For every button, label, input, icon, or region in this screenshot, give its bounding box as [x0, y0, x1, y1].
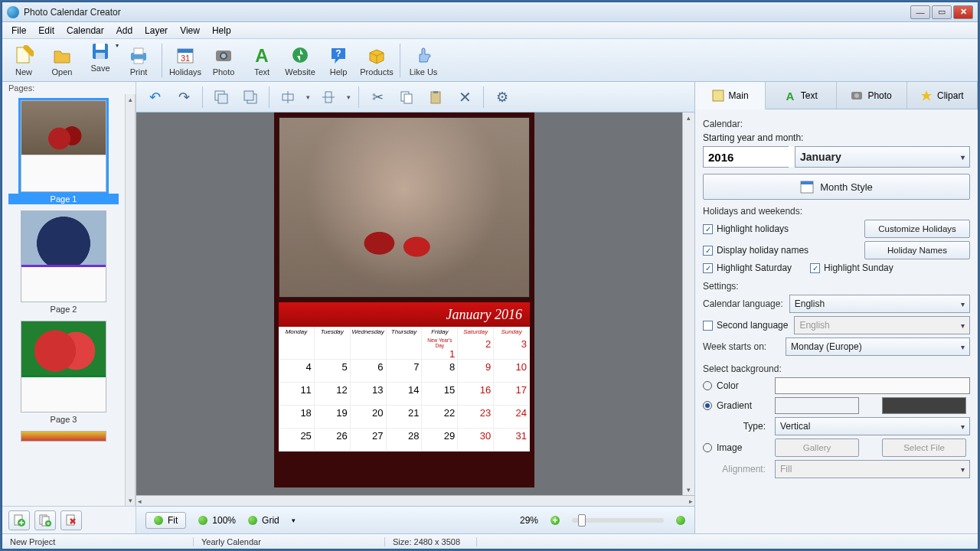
page-thumbnail[interactable] [21, 431, 106, 442]
tool-new[interactable]: New [7, 41, 41, 80]
gradient-color2-swatch[interactable] [882, 397, 966, 414]
menu-add[interactable]: Add [110, 24, 139, 37]
highlight-holidays-checkbox[interactable]: ✓Highlight holidays [703, 223, 789, 234]
tab-text[interactable]: AText [766, 82, 836, 109]
redo-button[interactable]: ↷ [173, 86, 194, 108]
tool-open[interactable]: Open [45, 41, 79, 80]
copy-button[interactable] [396, 86, 417, 108]
maximize-button[interactable]: ▭ [932, 5, 952, 19]
dropdown-icon[interactable]: ▾ [347, 93, 351, 101]
main-toolbar: New Open Save▾ Print 31Holidays Photo AT… [2, 39, 978, 82]
grid-icon [248, 516, 257, 525]
calendar-photo[interactable] [279, 117, 530, 298]
bg-color-swatch[interactable] [775, 377, 970, 394]
page-thumbnail[interactable] [21, 100, 106, 192]
gradient-type-select[interactable]: Vertical [775, 417, 970, 435]
menu-edit[interactable]: Edit [32, 24, 60, 37]
thumbnail-scrollbar[interactable]: ▴ ▾ [125, 94, 136, 506]
menu-help[interactable]: Help [206, 24, 237, 37]
svg-rect-39 [801, 181, 813, 184]
month-select[interactable]: January [795, 146, 970, 168]
highlight-sunday-checkbox[interactable]: ✓Highlight Sunday [810, 262, 893, 273]
month-style-button[interactable]: Month Style [703, 174, 970, 200]
gallery-button: Gallery [775, 439, 859, 457]
tool-products[interactable]: Products [360, 41, 394, 80]
second-language-checkbox[interactable]: Second language [703, 320, 788, 331]
holiday-names-button[interactable]: Holiday Names [864, 241, 970, 259]
tool-photo[interactable]: Photo [207, 41, 240, 80]
svg-rect-8 [178, 49, 193, 53]
duplicate-page-button[interactable] [34, 510, 56, 530]
tool-text[interactable]: AText [245, 41, 279, 80]
tool-help[interactable]: ?Help [322, 41, 355, 80]
scroll-down-icon[interactable]: ▾ [129, 497, 132, 504]
tab-photo[interactable]: Photo [837, 82, 907, 109]
zoom-out-button[interactable]: + [550, 516, 560, 525]
fit-button[interactable]: Fit [145, 512, 186, 529]
bg-image-radio[interactable]: Image [703, 442, 769, 453]
zoom-slider[interactable] [572, 518, 664, 523]
menubar: File Edit Calendar Add Layer View Help [2, 22, 978, 39]
language-label: Calendar language: [703, 298, 783, 309]
svg-rect-2 [96, 44, 105, 50]
align-horizontal-button[interactable] [277, 86, 299, 108]
undo-button[interactable]: ↶ [144, 86, 165, 108]
bg-color-radio[interactable]: Color [703, 380, 769, 391]
close-button[interactable]: ✕ [953, 5, 973, 19]
page-thumbnail[interactable] [21, 321, 106, 412]
year-spinner[interactable]: ▴▾ [703, 146, 789, 168]
tab-main[interactable]: Main [695, 82, 766, 109]
settings-button[interactable]: ⚙ [492, 86, 513, 108]
svg-rect-5 [134, 48, 143, 54]
svg-rect-6 [134, 59, 143, 64]
customize-holidays-button[interactable]: Customize Holidays [864, 220, 970, 238]
page-preview[interactable]: January 2016 Monday Tuesday Wednesday Th… [274, 112, 534, 487]
add-page-button[interactable] [8, 510, 30, 530]
week-starts-select[interactable]: Monday (Europe) [786, 337, 970, 356]
page-thumbnail[interactable] [21, 210, 106, 302]
gradient-color1-swatch[interactable] [775, 397, 859, 414]
delete-page-button[interactable] [60, 510, 82, 530]
tool-website[interactable]: Website [283, 41, 317, 80]
paste-button[interactable] [425, 86, 446, 108]
menu-file[interactable]: File [5, 24, 32, 37]
month-title[interactable]: January 2016 [279, 302, 530, 327]
tab-clipart[interactable]: Clipart [907, 82, 978, 109]
slider-thumb[interactable] [578, 514, 586, 527]
send-back-button[interactable] [240, 86, 261, 108]
zoom-in-button[interactable] [676, 516, 685, 525]
fit-icon [154, 516, 163, 525]
menu-view[interactable]: View [174, 24, 206, 37]
delete-button[interactable]: ✕ [454, 86, 475, 108]
tool-print[interactable]: Print [122, 41, 155, 80]
bring-front-button[interactable] [211, 86, 232, 108]
language-select[interactable]: English [789, 295, 970, 313]
thumbnail-label: Page 3 [8, 414, 119, 425]
scroll-up-icon[interactable]: ▴ [129, 96, 132, 103]
menu-calendar[interactable]: Calendar [60, 24, 110, 37]
tool-like-us[interactable]: Like Us [407, 41, 440, 80]
cut-button[interactable]: ✂ [367, 86, 388, 108]
calendar-grid[interactable]: Monday Tuesday Wednesday Thursday Friday… [279, 327, 530, 452]
canvas-viewport[interactable]: ◂◂◂◂ January 2016 Monday Tuesday Wednesd… [136, 112, 682, 495]
pages-label: Pages: [2, 82, 136, 94]
tool-save[interactable]: Save▾ [83, 41, 117, 80]
bg-gradient-radio[interactable]: Gradient [703, 400, 769, 411]
svg-text:31: 31 [181, 54, 190, 63]
grid-toggle[interactable]: Grid ▾ [248, 515, 296, 526]
status-project: New Project [2, 537, 194, 546]
menu-layer[interactable]: Layer [139, 24, 174, 37]
align-vertical-button[interactable] [318, 86, 339, 108]
tool-holidays[interactable]: 31Holidays [168, 41, 202, 80]
dropdown-icon[interactable]: ▾ [306, 93, 310, 101]
thumbnail-image [21, 211, 106, 265]
canvas-vscroll[interactable]: ▴▾ [682, 112, 694, 495]
highlight-saturday-checkbox[interactable]: ✓Highlight Saturday [703, 262, 792, 273]
minimize-button[interactable]: — [910, 5, 930, 19]
zoom-100-button[interactable]: 100% [198, 515, 236, 526]
canvas-hscroll[interactable]: ◂▸ [136, 495, 694, 506]
display-holiday-names-checkbox[interactable]: ✓Display holiday names [703, 245, 808, 256]
bg-type-label: Type: [703, 421, 769, 432]
background-section-label: Select background: [703, 364, 970, 374]
statusbar: New Project Yearly Calendar Size: 2480 x… [2, 533, 978, 549]
